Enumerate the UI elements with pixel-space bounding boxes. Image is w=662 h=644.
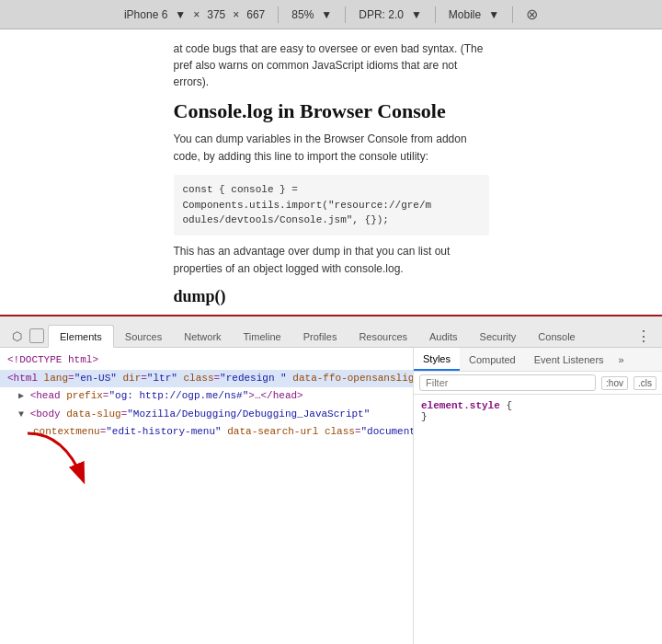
tab-timeline[interactable]: Timeline <box>233 326 292 347</box>
devtools-tabs-wrapper: ⬡ Elements Sources Network Timeline Prof… <box>4 325 658 347</box>
para-console-2: This has an advantage over dump in that … <box>174 243 489 278</box>
dom-line-head[interactable]: ▶ <head prefix="og: http://ogp.me/ns#">…… <box>0 387 413 406</box>
tab-audits[interactable]: Audits <box>418 326 469 347</box>
main-area: at code bugs that are easy to oversee or… <box>0 29 662 644</box>
styles-tabs: Styles Computed Event Listeners » <box>414 348 662 372</box>
close-brace: } <box>421 411 428 422</box>
dpr-label: DPR: 2.0 <box>359 8 404 21</box>
mobile-frame: at code bugs that are easy to oversee or… <box>159 29 504 315</box>
hov-filter-option[interactable]: :hov <box>601 376 628 390</box>
styles-panel: Styles Computed Event Listeners » :hov .… <box>414 348 662 644</box>
styles-tab-more-icon[interactable]: » <box>613 351 630 369</box>
dimension-x: × <box>233 8 239 21</box>
body-arrow: ▼ <box>18 409 24 420</box>
head-arrow: ▶ <box>18 391 24 401</box>
toolbar-divider2 <box>345 6 346 23</box>
viewport-width: 375 <box>207 8 225 21</box>
dom-line-body[interactable]: ▼ <body data-slug="Mozilla/Debugging/Deb… <box>0 406 413 424</box>
devtools-panel: ⬡ Elements Sources Network Timeline Prof… <box>0 315 662 644</box>
body-tag: <body <box>30 408 67 420</box>
doctype-text: <!DOCTYPE html> <box>7 354 98 365</box>
dom-line-html[interactable]: <html lang="en-US" dir="ltr" class="rede… <box>0 370 413 388</box>
device-toolbar: iPhone 6 ▼ × 375 × 667 85% ▼ DPR: 2.0 ▼ … <box>0 0 662 29</box>
toolbar-divider4 <box>512 6 513 23</box>
head-tag: <head <box>30 390 67 401</box>
device-mode-icon[interactable] <box>29 328 44 343</box>
styles-content: element.style { } <box>414 395 662 644</box>
tab-network[interactable]: Network <box>173 326 232 347</box>
devtools-tabbar: ⬡ Elements Sources Network Timeline Prof… <box>0 316 662 348</box>
mode-arrow[interactable]: ▼ <box>488 8 499 21</box>
cross-icon[interactable]: ⊗ <box>526 6 538 23</box>
viewport-height: 667 <box>246 8 265 21</box>
toolbar-divider3 <box>435 6 436 23</box>
devtools-tabs-right: ⋮ <box>633 328 658 345</box>
heading-dump: dump() <box>174 287 489 306</box>
dom-line-body-attrs: contextmenu="edit-history-menu" data-sea… <box>0 423 413 442</box>
mode-label: Mobile <box>449 8 481 21</box>
html-attr-lang: lang <box>44 373 68 384</box>
styles-tab-event-listeners[interactable]: Event Listeners <box>525 348 613 371</box>
tab-sources[interactable]: Sources <box>114 326 173 347</box>
open-brace: { <box>506 400 512 411</box>
browser-viewport: at code bugs that are easy to oversee or… <box>0 29 662 315</box>
styles-filter-row: :hov .cls <box>414 372 662 395</box>
para-console-1: You can dump variables in the Browser Co… <box>174 131 489 166</box>
toolbar-divider1 <box>278 6 279 23</box>
more-options-icon[interactable]: ⋮ <box>633 328 655 345</box>
element-style-selector: element.style <box>421 400 500 411</box>
code-text-1: const { console } = Components.utils.imp… <box>183 184 432 225</box>
heading-console-log: Console.log in Browser Console <box>174 99 489 123</box>
code-block-1: const { console } = Components.utils.imp… <box>174 175 489 236</box>
dom-panel: <!DOCTYPE html> <html lang="en-US" dir="… <box>0 348 414 644</box>
devtools-left-icons: ⬡ <box>4 327 48 345</box>
html-tag: <html <box>7 373 44 384</box>
zoom-label: 85% <box>291 8 314 21</box>
dpr-arrow[interactable]: ▼ <box>411 8 422 21</box>
dom-line-doctype: <!DOCTYPE html> <box>0 351 413 370</box>
tab-console[interactable]: Console <box>527 326 586 347</box>
device-dropdown-arrow[interactable]: ▼ <box>175 8 186 21</box>
styles-filter-input[interactable] <box>419 374 596 391</box>
element-style-rule: element.style { } <box>421 400 655 422</box>
zoom-arrow[interactable]: ▼ <box>321 8 332 21</box>
dimension-separator: × <box>193 8 200 21</box>
styles-tab-styles[interactable]: Styles <box>414 348 460 371</box>
tab-security[interactable]: Security <box>469 326 528 347</box>
cls-filter-option[interactable]: .cls <box>633 376 656 390</box>
devtools-body: <!DOCTYPE html> <html lang="en-US" dir="… <box>0 348 662 644</box>
styles-tab-computed[interactable]: Computed <box>460 348 525 371</box>
tab-elements[interactable]: Elements <box>48 325 114 348</box>
tab-resources[interactable]: Resources <box>348 326 418 347</box>
intro-text: at code bugs that are easy to oversee or… <box>174 40 489 90</box>
body-contextmenu-attr: contextmenu <box>33 426 100 437</box>
inspect-element-icon[interactable]: ⬡ <box>7 327 26 345</box>
html-val-lang: "en-US" <box>74 373 117 384</box>
tab-profiles[interactable]: Profiles <box>292 326 348 347</box>
device-name-label: iPhone 6 <box>124 8 167 21</box>
para-dump-1: The dump() function allows you to print … <box>174 314 489 315</box>
